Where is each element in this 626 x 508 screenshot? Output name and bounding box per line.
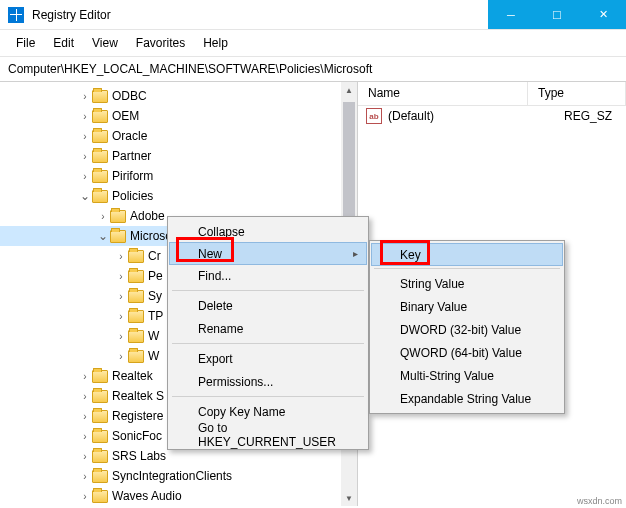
folder-icon xyxy=(92,430,108,443)
chevron-right-icon[interactable] xyxy=(114,291,128,302)
chevron-right-icon[interactable] xyxy=(78,451,92,462)
tree-item-partner[interactable]: Partner xyxy=(0,146,341,166)
tree-item-label: Pe xyxy=(148,269,163,283)
tree-item-label: SyncIntegrationClients xyxy=(112,469,232,483)
chevron-down-icon[interactable] xyxy=(96,231,110,242)
tree-item-syncintegrationclients[interactable]: SyncIntegrationClients xyxy=(0,466,341,486)
folder-icon xyxy=(110,230,126,243)
value-row[interactable]: (Default) REG_SZ xyxy=(358,106,626,126)
tree-item-label: Sy xyxy=(148,289,162,303)
chevron-right-icon[interactable] xyxy=(114,331,128,342)
chevron-right-icon[interactable] xyxy=(78,471,92,482)
ctx-new-binary[interactable]: Binary Value xyxy=(372,295,562,318)
source-tag: wsxdn.com xyxy=(577,496,622,506)
ctx-new-dword[interactable]: DWORD (32-bit) Value xyxy=(372,318,562,341)
folder-icon xyxy=(92,390,108,403)
chevron-right-icon[interactable] xyxy=(114,311,128,322)
chevron-right-icon[interactable] xyxy=(78,151,92,162)
menu-edit[interactable]: Edit xyxy=(45,34,82,52)
chevron-right-icon[interactable] xyxy=(78,171,92,182)
folder-icon xyxy=(128,290,144,303)
ctx-delete[interactable]: Delete xyxy=(170,294,366,317)
context-menu-key: Collapse New Find... Delete Rename Expor… xyxy=(167,216,369,450)
menu-favorites[interactable]: Favorites xyxy=(128,34,193,52)
chevron-right-icon[interactable] xyxy=(78,391,92,402)
ctx-collapse[interactable]: Collapse xyxy=(170,220,366,243)
ctx-separator xyxy=(172,396,364,397)
tree-item-label: Oracle xyxy=(112,129,147,143)
chevron-right-icon[interactable] xyxy=(78,111,92,122)
tree-item-label: SonicFoc xyxy=(112,429,162,443)
tree-item-label: Piriform xyxy=(112,169,153,183)
address-bar[interactable]: Computer\HKEY_LOCAL_MACHINE\SOFTWARE\Pol… xyxy=(0,57,626,82)
tree-item-label: Realtek xyxy=(112,369,153,383)
ctx-separator xyxy=(172,290,364,291)
menu-help[interactable]: Help xyxy=(195,34,236,52)
window-controls xyxy=(488,0,626,29)
tree-item-label: Adobe xyxy=(130,209,165,223)
tree-item-oem[interactable]: OEM xyxy=(0,106,341,126)
chevron-right-icon[interactable] xyxy=(114,271,128,282)
ctx-find[interactable]: Find... xyxy=(170,264,366,287)
ctx-permissions[interactable]: Permissions... xyxy=(170,370,366,393)
tree-item-piriform[interactable]: Piriform xyxy=(0,166,341,186)
folder-icon xyxy=(92,470,108,483)
window-title: Registry Editor xyxy=(32,8,111,22)
value-name: (Default) xyxy=(388,109,554,123)
chevron-right-icon[interactable] xyxy=(78,431,92,442)
close-button[interactable] xyxy=(580,0,626,29)
context-menu-new: Key String Value Binary Value DWORD (32-… xyxy=(369,240,565,414)
ctx-rename[interactable]: Rename xyxy=(170,317,366,340)
ctx-new-expand[interactable]: Expandable String Value xyxy=(372,387,562,410)
maximize-button[interactable] xyxy=(534,0,580,29)
minimize-button[interactable] xyxy=(488,0,534,29)
tree-item-label: Cr xyxy=(148,249,161,263)
folder-icon xyxy=(92,490,108,503)
folder-icon xyxy=(92,410,108,423)
tree-item-label: SRS Labs xyxy=(112,449,166,463)
ctx-new-qword[interactable]: QWORD (64-bit) Value xyxy=(372,341,562,364)
menu-file[interactable]: File xyxy=(8,34,43,52)
tree-item-label: Partner xyxy=(112,149,151,163)
tree-item-policies[interactable]: Policies xyxy=(0,186,341,206)
ctx-new[interactable]: New xyxy=(169,242,367,265)
ctx-goto-hkcu[interactable]: Go to HKEY_CURRENT_USER xyxy=(170,423,366,446)
chevron-right-icon[interactable] xyxy=(78,411,92,422)
scroll-down-icon[interactable]: ▼ xyxy=(341,490,357,506)
chevron-down-icon[interactable] xyxy=(78,191,92,202)
chevron-right-icon[interactable] xyxy=(78,491,92,502)
scroll-up-icon[interactable]: ▲ xyxy=(341,82,357,98)
chevron-right-icon[interactable] xyxy=(78,371,92,382)
folder-icon xyxy=(128,310,144,323)
regedit-icon xyxy=(8,7,24,23)
folder-icon xyxy=(92,130,108,143)
folder-icon xyxy=(110,210,126,223)
folder-icon xyxy=(92,90,108,103)
tree-item-label: ODBC xyxy=(112,89,147,103)
scroll-thumb[interactable] xyxy=(343,102,355,222)
folder-icon xyxy=(92,110,108,123)
chevron-right-icon[interactable] xyxy=(96,211,110,222)
ctx-export[interactable]: Export xyxy=(170,347,366,370)
folder-icon xyxy=(92,170,108,183)
folder-icon xyxy=(92,190,108,203)
chevron-right-icon[interactable] xyxy=(78,91,92,102)
menu-view[interactable]: View xyxy=(84,34,126,52)
chevron-right-icon[interactable] xyxy=(78,131,92,142)
ctx-new-string[interactable]: String Value xyxy=(372,272,562,295)
tree-item-label: W xyxy=(148,349,159,363)
ctx-new-key[interactable]: Key xyxy=(371,243,563,266)
ctx-new-multi[interactable]: Multi-String Value xyxy=(372,364,562,387)
folder-icon xyxy=(92,370,108,383)
tree-item-label: Waves Audio xyxy=(112,489,182,503)
chevron-right-icon[interactable] xyxy=(114,251,128,262)
column-name[interactable]: Name xyxy=(358,82,528,105)
tree-item-waves-audio[interactable]: Waves Audio xyxy=(0,486,341,506)
value-type: REG_SZ xyxy=(554,109,626,123)
chevron-right-icon[interactable] xyxy=(114,351,128,362)
tree-item-label: TP xyxy=(148,309,163,323)
column-type[interactable]: Type xyxy=(528,82,626,105)
tree-item-label: Realtek S xyxy=(112,389,164,403)
tree-item-odbc[interactable]: ODBC xyxy=(0,86,341,106)
tree-item-oracle[interactable]: Oracle xyxy=(0,126,341,146)
